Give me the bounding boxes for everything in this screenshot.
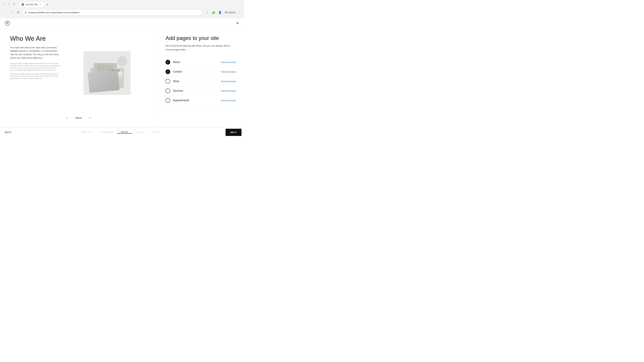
topbar-close-button[interactable]: ✕ bbox=[235, 20, 240, 26]
squarespace-logo bbox=[4, 20, 11, 26]
page-recommended-label: Recommended bbox=[221, 80, 236, 83]
back-button[interactable]: BACK bbox=[0, 131, 16, 134]
page-recommended-label: Recommended bbox=[221, 99, 236, 102]
preview-desc-small-1: Don't worry about sounding professional.… bbox=[10, 62, 60, 71]
page-recommended-label: Recommended bbox=[221, 90, 236, 92]
step-item-fonts[interactable]: FONTS bbox=[149, 131, 164, 133]
svg-rect-5 bbox=[92, 76, 106, 87]
page-checkbox-services[interactable] bbox=[166, 88, 170, 93]
page-checkbox-contact[interactable] bbox=[166, 69, 170, 74]
svg-rect-3 bbox=[97, 65, 114, 76]
page-name: Services bbox=[173, 89, 221, 92]
svg-point-10 bbox=[116, 75, 122, 78]
addressbar-row: ← → ↻ 🔒 orange-swordfish-rpzm.squarespac… bbox=[0, 8, 244, 17]
next-page-button[interactable]: → bbox=[87, 115, 93, 121]
page-list-item: AboutRecommended bbox=[166, 57, 236, 67]
page-list-item: ServicesRecommended bbox=[166, 86, 236, 96]
profile-button[interactable]: 👤 bbox=[217, 10, 223, 15]
app-topbar: ✕ bbox=[0, 18, 244, 28]
incognito-badge: 🕶 Incognito bbox=[224, 11, 236, 14]
page-checkbox-about[interactable] bbox=[166, 60, 170, 64]
tab-title: Your Site Title bbox=[25, 3, 38, 6]
reload-button[interactable]: ↻ bbox=[16, 10, 21, 15]
tabs-bar: Your Site Title ✕ + bbox=[18, 1, 51, 7]
page-recommended-label: Recommended bbox=[221, 70, 236, 73]
next-button[interactable]: NEXT bbox=[226, 129, 242, 136]
maximize-button[interactable]: □ bbox=[7, 2, 12, 6]
prev-page-button[interactable]: ← bbox=[64, 115, 70, 121]
page-name: Contact bbox=[173, 70, 221, 73]
preview-text: Who We Are You might talk about your ori… bbox=[10, 35, 60, 111]
preview-image bbox=[84, 51, 130, 95]
right-panel-title: Add pages to your site bbox=[166, 35, 236, 41]
svg-rect-6 bbox=[90, 81, 110, 88]
preview-image-svg bbox=[84, 51, 130, 95]
step-item-pages[interactable]: PAGES bbox=[117, 131, 132, 134]
page-list-item: ShopRecommended bbox=[166, 77, 236, 86]
step-item-site-title[interactable]: SITE TITLE bbox=[78, 131, 97, 133]
right-panel: Add pages to your site We recommend star… bbox=[157, 28, 244, 127]
preview-desc-main: You might talk about your origin story, … bbox=[10, 46, 60, 60]
page-recommended-label: Recommended bbox=[221, 61, 236, 63]
tab-favicon bbox=[22, 3, 24, 6]
svg-rect-4 bbox=[91, 76, 106, 87]
tab-close-button[interactable]: ✕ bbox=[39, 3, 42, 6]
bottom-steps: SITE TITLEHOMEPAGEPAGESCOLORSFONTS bbox=[16, 131, 226, 134]
address-bar[interactable]: 🔒 orange-swordfish-rpzm.squarespace.com/… bbox=[22, 9, 202, 15]
back-nav-button[interactable]: ← bbox=[2, 10, 8, 15]
active-tab[interactable]: Your Site Title ✕ bbox=[19, 2, 44, 7]
right-panel-desc: We recommend starting with these, but yo… bbox=[166, 44, 236, 51]
browser-actions: ☆ 🧩 👤 🕶 Incognito ⋮ bbox=[204, 10, 242, 15]
minimize-button[interactable]: ─ bbox=[1, 2, 6, 6]
preview-section: Who We Are You might talk about your ori… bbox=[10, 35, 147, 111]
browser-titlebar: ─ □ ✕ Your Site Title ✕ + bbox=[0, 0, 244, 8]
lock-icon: 🔒 bbox=[24, 11, 27, 13]
incognito-icon: 🕶 bbox=[225, 11, 227, 13]
page-checkbox-appointments[interactable] bbox=[166, 98, 170, 103]
step-item-colors[interactable]: COLORS bbox=[132, 131, 149, 133]
page-navigation: ← About → bbox=[10, 115, 147, 121]
bookmark-button[interactable]: ☆ bbox=[204, 10, 210, 15]
current-page-label: About bbox=[75, 116, 82, 119]
browser-menu-button[interactable]: ⋮ bbox=[238, 10, 242, 15]
new-tab-button[interactable]: + bbox=[45, 2, 50, 7]
main-content: Who We Are You might talk about your ori… bbox=[0, 28, 244, 127]
incognito-label: Incognito bbox=[228, 11, 235, 13]
browser-chrome: ─ □ ✕ Your Site Title ✕ + ← → ↻ 🔒 orange… bbox=[0, 0, 244, 18]
window-controls: ─ □ ✕ bbox=[1, 2, 17, 6]
pages-list: AboutRecommendedContactRecommendedShopRe… bbox=[166, 57, 236, 105]
preview-title: Who We Are bbox=[10, 35, 60, 42]
left-panel: Who We Are You might talk about your ori… bbox=[0, 28, 157, 127]
page-list-item: AppointmentsRecommended bbox=[166, 96, 236, 105]
page-checkbox-shop[interactable] bbox=[166, 79, 170, 84]
preview-image-container bbox=[67, 35, 147, 111]
page-name: About bbox=[173, 61, 221, 64]
app-container: ✕ Who We Are You might talk about your o… bbox=[0, 18, 244, 137]
window-close-button[interactable]: ✕ bbox=[12, 2, 17, 6]
preview-desc-small-2: Be clear, be confident, and don't overth… bbox=[10, 73, 60, 80]
forward-nav-button[interactable]: → bbox=[9, 10, 14, 15]
bottom-bar: BACK SITE TITLEHOMEPAGEPAGESCOLORSFONTS … bbox=[0, 127, 244, 137]
page-name: Appointments bbox=[173, 99, 221, 102]
extensions-button[interactable]: 🧩 bbox=[211, 10, 216, 15]
step-item-homepage[interactable]: HOMEPAGE bbox=[97, 131, 117, 133]
url-text: orange-swordfish-rpzm.squarespace.com/co… bbox=[28, 11, 200, 14]
logo-svg bbox=[4, 20, 10, 26]
page-list-item: ContactRecommended bbox=[166, 67, 236, 77]
page-name: Shop bbox=[173, 80, 221, 83]
